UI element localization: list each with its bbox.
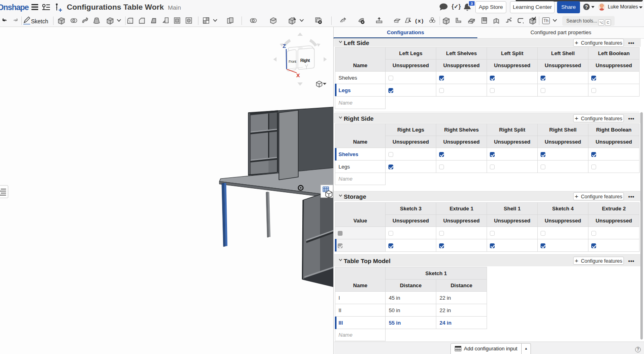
- svg-text:(x): (x): [415, 18, 424, 24]
- svg-text:Right: Right: [300, 58, 310, 63]
- svg-text:Z: Z: [283, 43, 286, 49]
- svg-text:?: ?: [585, 4, 588, 10]
- svg-text:X: X: [296, 72, 300, 78]
- svg-text:Front: Front: [289, 60, 296, 64]
